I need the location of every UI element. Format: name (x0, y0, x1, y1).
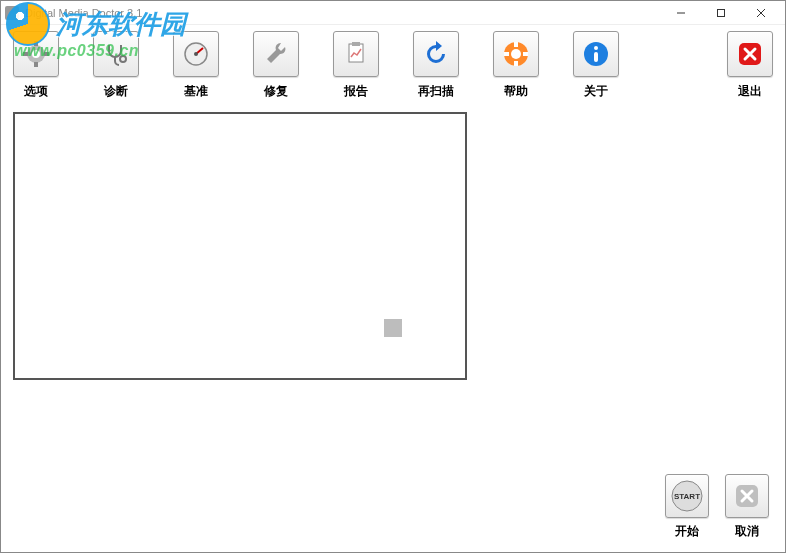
svg-rect-11 (352, 42, 360, 46)
benchmark-label: 基准 (184, 83, 208, 100)
footer-item-cancel: 取消 (725, 474, 769, 540)
svg-rect-0 (718, 9, 725, 16)
toolbar-item-help: 帮助 (491, 31, 541, 100)
titlebar: Digital Media Doctor 3.1 (1, 1, 785, 25)
placeholder-square-icon (384, 319, 402, 337)
footer-controls: START 开始 取消 (665, 474, 769, 540)
lifebuoy-icon (501, 39, 531, 69)
minimize-icon (676, 8, 686, 18)
gauge-icon (181, 39, 211, 69)
preview-panel (13, 112, 467, 380)
rescan-button[interactable] (413, 31, 459, 77)
svg-point-7 (120, 56, 126, 62)
exit-button[interactable] (727, 31, 773, 77)
cancel-icon (732, 481, 762, 511)
toolbar-item-report: 报告 (331, 31, 381, 100)
toolbar-item-benchmark: 基准 (171, 31, 221, 100)
cancel-button[interactable] (725, 474, 769, 518)
wrench-icon (261, 39, 291, 69)
help-button[interactable] (493, 31, 539, 77)
diagnose-label: 诊断 (104, 83, 128, 100)
help-label: 帮助 (504, 83, 528, 100)
start-label: 开始 (675, 523, 699, 540)
window-title: Digital Media Doctor 3.1 (25, 7, 661, 19)
svg-text:START: START (674, 492, 700, 501)
maximize-button[interactable] (701, 2, 741, 24)
repair-button[interactable] (253, 31, 299, 77)
toolbar-item-options: 选项 (11, 31, 61, 100)
toolbar-item-rescan: 再扫描 (411, 31, 461, 100)
about-button[interactable] (573, 31, 619, 77)
options-label: 选项 (24, 83, 48, 100)
start-icon: START (669, 478, 705, 514)
refresh-icon (421, 39, 451, 69)
report-label: 报告 (344, 83, 368, 100)
info-icon (581, 39, 611, 69)
svg-rect-4 (23, 52, 28, 56)
about-label: 关于 (584, 83, 608, 100)
gear-icon (21, 39, 51, 69)
svg-point-15 (594, 46, 598, 50)
app-window: Digital Media Doctor 3.1 选项 (0, 0, 786, 553)
rescan-label: 再扫描 (418, 83, 454, 100)
svg-rect-5 (44, 52, 49, 56)
diagnose-button[interactable] (93, 31, 139, 77)
maximize-icon (716, 8, 726, 18)
center-placeholder (384, 319, 402, 337)
start-button[interactable]: START (665, 474, 709, 518)
stethoscope-icon (101, 39, 131, 69)
repair-label: 修复 (264, 83, 288, 100)
svg-rect-3 (34, 62, 38, 67)
report-button[interactable] (333, 31, 379, 77)
toolbar-item-exit: 退出 (725, 31, 775, 100)
toolbar-item-about: 关于 (571, 31, 621, 100)
close-icon (756, 8, 766, 18)
svg-point-13 (511, 49, 521, 59)
svg-point-6 (32, 50, 40, 58)
footer-item-start: START 开始 (665, 474, 709, 540)
toolbar-item-diagnose: 诊断 (91, 31, 141, 100)
svg-point-9 (194, 52, 198, 56)
exit-icon (735, 39, 765, 69)
close-button[interactable] (741, 2, 781, 24)
options-button[interactable] (13, 31, 59, 77)
exit-label: 退出 (738, 83, 762, 100)
minimize-button[interactable] (661, 2, 701, 24)
report-icon (341, 39, 371, 69)
toolbar-item-repair: 修复 (251, 31, 301, 100)
svg-rect-16 (594, 52, 598, 62)
window-controls (661, 2, 781, 24)
content-area: START 开始 取消 (1, 104, 785, 552)
cancel-label: 取消 (735, 523, 759, 540)
main-toolbar: 选项 诊断 基准 (1, 25, 785, 104)
app-icon (5, 6, 19, 20)
svg-rect-10 (349, 44, 363, 62)
svg-rect-2 (34, 41, 38, 46)
benchmark-button[interactable] (173, 31, 219, 77)
